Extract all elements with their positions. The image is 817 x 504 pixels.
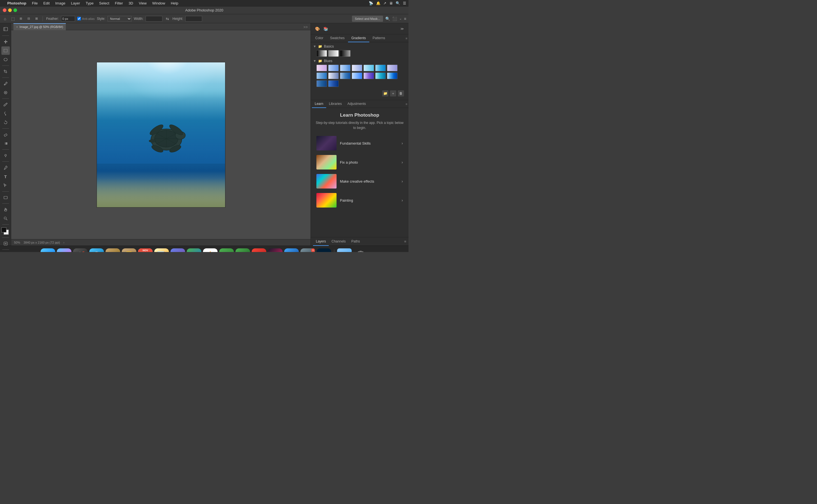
tool-eraser[interactable] bbox=[1, 130, 10, 139]
gradient-swatch[interactable] bbox=[387, 72, 398, 79]
dock-messages[interactable] bbox=[219, 248, 234, 252]
dock-system-prefs[interactable]: 1 bbox=[301, 248, 315, 252]
toolbar-options-icon[interactable]: ≡ bbox=[404, 17, 406, 21]
dock-music[interactable] bbox=[268, 248, 283, 252]
menu-photoshop[interactable]: Photoshop bbox=[5, 1, 29, 6]
learn-card-fixphoto[interactable]: Fix a photo › bbox=[315, 154, 404, 171]
gradient-swatch[interactable] bbox=[316, 72, 327, 79]
screen-share-icon[interactable]: 📡 bbox=[369, 1, 373, 5]
tab-layers[interactable]: Layers bbox=[313, 237, 329, 246]
style-select[interactable]: Normal Fixed Ratio Fixed Size bbox=[107, 16, 131, 22]
workspace-icon[interactable]: ⬛ bbox=[392, 17, 397, 21]
dock-finder[interactable] bbox=[41, 248, 55, 252]
dock-notes[interactable]: 📝 bbox=[154, 248, 169, 252]
dock-calendar[interactable]: NOV 4 bbox=[138, 248, 152, 252]
tab-close-icon[interactable]: × bbox=[16, 25, 18, 29]
tab-scroll-hint[interactable]: >> bbox=[304, 25, 308, 29]
swap-dimensions-icon[interactable]: ⇆ bbox=[164, 16, 170, 22]
selection-mode-icon[interactable]: ⬚ bbox=[10, 16, 16, 22]
tool-lasso[interactable] bbox=[1, 55, 10, 64]
fg-bg-colors[interactable] bbox=[1, 227, 10, 236]
tab-color[interactable]: Color bbox=[312, 34, 327, 42]
dock-maps[interactable]: 🗺 bbox=[187, 248, 201, 252]
gradient-swatch[interactable] bbox=[340, 72, 351, 79]
spotlight-icon[interactable]: 🔍 bbox=[396, 1, 400, 5]
menu-3d[interactable]: 3D bbox=[126, 1, 135, 6]
status-arrow[interactable]: › bbox=[63, 241, 64, 244]
tab-gradients[interactable]: Gradients bbox=[348, 34, 369, 42]
tool-dodge[interactable] bbox=[1, 151, 10, 160]
blues-header[interactable]: ▼ 📁 Blues bbox=[313, 59, 406, 63]
tab-paths[interactable]: Paths bbox=[349, 237, 363, 246]
dock-launchpad[interactable]: 🚀 bbox=[73, 248, 88, 252]
dock-siri[interactable] bbox=[57, 248, 71, 252]
tab-patterns[interactable]: Patterns bbox=[369, 34, 389, 42]
dock-launchpad-2[interactable] bbox=[170, 248, 185, 252]
panel-color-icon[interactable]: 🎨 bbox=[313, 25, 321, 33]
tool-marquee[interactable] bbox=[1, 46, 10, 55]
tool-shape[interactable] bbox=[1, 193, 10, 202]
tab-adjustments[interactable]: Adjustments bbox=[345, 100, 369, 108]
tool-hand[interactable] bbox=[1, 205, 10, 214]
gradient-swatch[interactable] bbox=[387, 65, 398, 71]
gradient-delete-button[interactable]: 🗑 bbox=[398, 90, 404, 96]
gradient-swatch[interactable] bbox=[375, 65, 386, 71]
tool-text[interactable]: T bbox=[1, 172, 10, 181]
workspace-expand-icon[interactable]: ⌄ bbox=[399, 17, 402, 20]
intersect-selection-icon[interactable]: ⊠ bbox=[34, 16, 39, 22]
select-and-mask-button[interactable]: Select and Mask... bbox=[352, 16, 383, 22]
learn-card-creative[interactable]: Make creative effects › bbox=[315, 173, 404, 190]
dock-safari[interactable] bbox=[89, 248, 104, 252]
gradient-swatch[interactable] bbox=[340, 65, 351, 71]
dock-facetime[interactable] bbox=[236, 248, 250, 252]
panel-collapse-right-icon[interactable]: ≫ bbox=[398, 25, 406, 33]
learn-card-fundamental[interactable]: Fundamental Skills › bbox=[315, 135, 404, 152]
tab-libraries[interactable]: Libraries bbox=[326, 100, 345, 108]
gradient-new-button[interactable]: ＋ bbox=[390, 90, 396, 96]
menu-layer[interactable]: Layer bbox=[69, 1, 82, 6]
menu-help[interactable]: Help bbox=[168, 1, 180, 6]
gradient-swatch[interactable] bbox=[352, 72, 362, 79]
anti-alias-check[interactable]: Anti-alias bbox=[77, 17, 95, 20]
tool-stamp[interactable] bbox=[1, 109, 10, 118]
gradient-swatch[interactable] bbox=[316, 65, 327, 71]
dock-photoshop[interactable]: Ps bbox=[317, 248, 331, 252]
gradient-swatch[interactable] bbox=[328, 50, 339, 57]
panel-library-icon[interactable]: 📚 bbox=[321, 25, 330, 33]
learn-panel-menu-icon[interactable]: ≡ bbox=[406, 102, 407, 106]
notification-icon[interactable]: 🔔 bbox=[376, 1, 381, 5]
basics-header[interactable]: ▼ 📁 Basics bbox=[313, 44, 406, 48]
menu-filter[interactable]: Filter bbox=[112, 1, 125, 6]
gradient-swatch[interactable] bbox=[316, 50, 327, 57]
document-tab[interactable]: × Image_27.jpg @ 50% (RGB/8#) bbox=[13, 23, 66, 30]
menu-edit[interactable]: Edit bbox=[41, 1, 52, 6]
anti-alias-checkbox[interactable] bbox=[77, 17, 81, 20]
gradient-swatch[interactable] bbox=[352, 65, 362, 71]
width-input[interactable] bbox=[145, 16, 162, 22]
close-button[interactable] bbox=[3, 8, 6, 12]
dock-news[interactable]: N bbox=[252, 248, 266, 252]
feather-input[interactable] bbox=[61, 16, 75, 22]
tool-screen-mode[interactable] bbox=[1, 251, 10, 252]
dock-twitter[interactable]: 🐦 bbox=[105, 248, 120, 252]
layers-panel-menu-icon[interactable]: ≡ bbox=[404, 239, 406, 244]
control-center-icon[interactable]: ☰ bbox=[403, 1, 406, 5]
tool-crop[interactable] bbox=[1, 67, 10, 76]
gradient-swatch[interactable] bbox=[328, 80, 339, 87]
dock-trash[interactable] bbox=[353, 248, 368, 252]
display-icon[interactable]: 🖥 bbox=[389, 1, 393, 5]
menu-type[interactable]: Type bbox=[83, 1, 96, 6]
dock-contacts[interactable]: 📒 bbox=[122, 248, 136, 252]
gradient-swatch[interactable] bbox=[375, 72, 386, 79]
gradient-swatch[interactable] bbox=[363, 72, 374, 79]
search-icon[interactable]: 🔍 bbox=[385, 17, 390, 21]
subtract-selection-icon[interactable]: ⊟ bbox=[26, 16, 31, 22]
foreground-color-swatch[interactable] bbox=[1, 227, 6, 232]
tool-quick-mask[interactable] bbox=[1, 239, 10, 248]
menu-image[interactable]: Image bbox=[53, 1, 67, 6]
gradient-swatch[interactable] bbox=[340, 50, 351, 57]
menu-window[interactable]: Window bbox=[150, 1, 167, 6]
tool-history-brush[interactable] bbox=[1, 118, 10, 127]
tool-eyedropper[interactable] bbox=[1, 79, 10, 88]
gradient-panel-menu-icon[interactable]: ≡ bbox=[406, 37, 407, 40]
